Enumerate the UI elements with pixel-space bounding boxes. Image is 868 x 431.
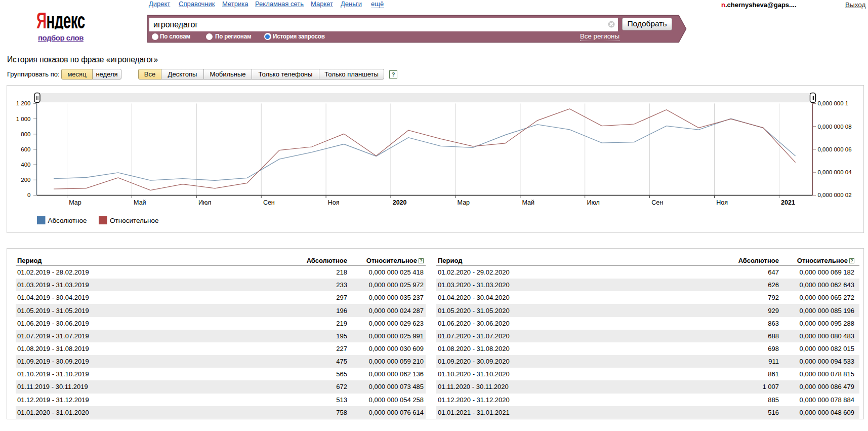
svg-text:1 000: 1 000	[16, 116, 31, 122]
svg-text:0,000 000 08: 0,000 000 08	[818, 124, 852, 130]
svg-text:800: 800	[21, 131, 30, 137]
svg-text:600: 600	[21, 146, 30, 152]
svg-text:Ноя: Ноя	[328, 199, 340, 206]
svg-text:0,000 000 04: 0,000 000 04	[818, 169, 852, 175]
svg-text:Июл: Июл	[587, 199, 599, 206]
svg-text:Абсолютное: Абсолютное	[48, 217, 87, 224]
svg-text:0,000 000 1: 0,000 000 1	[818, 100, 849, 106]
svg-text:400: 400	[21, 162, 30, 168]
svg-text:Май: Май	[134, 199, 146, 206]
svg-text:1 200: 1 200	[16, 100, 31, 106]
svg-text:Сен: Сен	[651, 199, 663, 206]
svg-text:Май: Май	[522, 199, 535, 206]
svg-text:Ноя: Ноя	[716, 199, 728, 206]
svg-text:0: 0	[27, 192, 30, 198]
svg-text:200: 200	[21, 177, 30, 183]
svg-text:Мар: Мар	[69, 199, 81, 206]
svg-text:0,000 000 02: 0,000 000 02	[818, 192, 852, 198]
svg-text:2020: 2020	[393, 199, 407, 206]
svg-text:Относительное: Относительное	[110, 217, 158, 224]
svg-text:Мар: Мар	[458, 199, 470, 206]
svg-text:Июл: Июл	[198, 199, 211, 206]
svg-text:2021: 2021	[781, 199, 795, 206]
svg-text:Сен: Сен	[263, 199, 275, 206]
svg-text:0,000 000 06: 0,000 000 06	[818, 146, 852, 152]
